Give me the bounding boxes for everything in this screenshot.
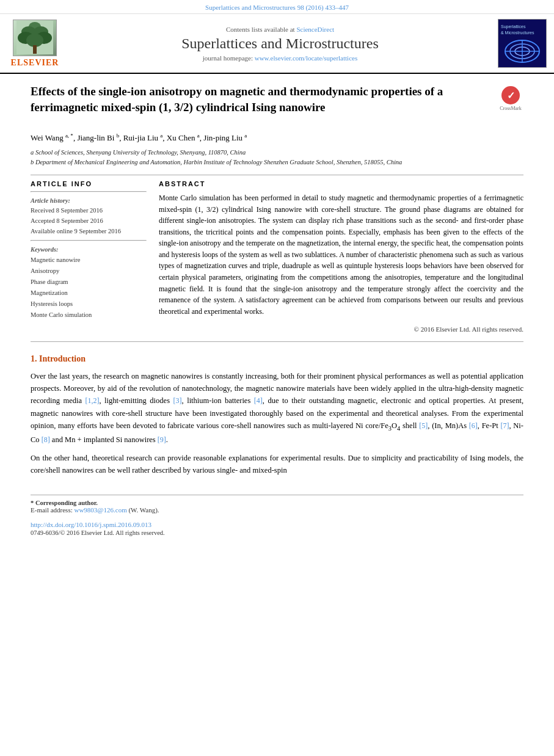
elsevier-brand: ELSEVIER bbox=[11, 58, 59, 68]
keywords-list: Magnetic nanowire Anisotropy Phase diagr… bbox=[31, 255, 147, 320]
crossmark-icon: ✓ bbox=[501, 86, 520, 104]
history-received: Received 8 September 2016 bbox=[31, 206, 147, 216]
journal-header: ELSEVIER Contents lists available at Sci… bbox=[0, 14, 554, 74]
history-label: Article history: bbox=[31, 197, 147, 204]
ref-4[interactable]: [4] bbox=[254, 396, 263, 405]
top-bar: Superlattices and Microstructures 98 (20… bbox=[0, 0, 554, 14]
corresponding-label: * Corresponding author. bbox=[31, 500, 98, 506]
corresponding-note: * Corresponding author. bbox=[31, 499, 523, 506]
svg-text:Superlattices: Superlattices bbox=[501, 24, 526, 29]
authors-line: Wei Wang a, *, Jiang-lin Bi b, Rui-jia L… bbox=[31, 131, 523, 144]
abstract-heading: ABSTRACT bbox=[159, 180, 523, 187]
email-label: E-mail address: bbox=[31, 506, 73, 514]
crossmark-badge[interactable]: ✓ CrossMark bbox=[498, 86, 523, 112]
svg-text:& Microstructures: & Microstructures bbox=[501, 31, 534, 35]
doi-link[interactable]: http://dx.doi.org/10.1016/j.spmi.2016.09… bbox=[31, 521, 151, 528]
main-content: Effects of the single-ion anisotropy on … bbox=[0, 74, 554, 548]
homepage-prefix: journal homepage: bbox=[203, 54, 253, 62]
journal-center-block: Contents lists available at ScienceDirec… bbox=[68, 26, 492, 62]
email-note: E-mail address: ww9803@126.com (W. Wang)… bbox=[31, 506, 523, 514]
keyword-3: Phase diagram bbox=[31, 277, 147, 288]
keyword-5: Hysteresis loops bbox=[31, 299, 147, 310]
ref-5[interactable]: [5] bbox=[419, 421, 428, 430]
article-title: Effects of the single-ion anisotropy on … bbox=[31, 84, 492, 115]
affiliations-block: a School of Sciences, Shenyang Universit… bbox=[31, 148, 523, 167]
affiliation-b: b Department of Mechanical Engineering a… bbox=[31, 158, 523, 167]
article-title-section: Effects of the single-ion anisotropy on … bbox=[31, 84, 523, 125]
ref-8[interactable]: [8] bbox=[42, 435, 50, 444]
keyword-2: Anisotropy bbox=[31, 266, 147, 277]
email-suffix: (W. Wang). bbox=[128, 506, 159, 514]
svg-point-6 bbox=[26, 34, 43, 47]
article-info-column: ARTICLE INFO Article history: Received 8… bbox=[31, 180, 147, 333]
ref-3[interactable]: [3] bbox=[173, 396, 182, 405]
header-separator bbox=[31, 175, 523, 175]
abstract-section: ABSTRACT Monte Carlo simulation has been… bbox=[159, 180, 523, 333]
elsevier-tree-icon bbox=[13, 20, 57, 56]
intro-para1: Over the last years, the research on mag… bbox=[31, 370, 523, 446]
ref-9[interactable]: [9] bbox=[158, 435, 166, 444]
keyword-6: Monte Carlo simulation bbox=[31, 310, 147, 321]
ref-6[interactable]: [6] bbox=[469, 421, 478, 430]
sciencedirect-link[interactable]: ScienceDirect bbox=[296, 26, 334, 33]
journal-title: Superlattices and Microstructures bbox=[68, 35, 492, 52]
introduction-section: 1. Introduction Over the last years, the… bbox=[31, 354, 523, 476]
ref-7[interactable]: [7] bbox=[500, 421, 509, 430]
homepage-link[interactable]: www.elsevier.com/locate/superlattices bbox=[255, 54, 358, 62]
keyword-4: Magnetization bbox=[31, 288, 147, 299]
ref-1-2[interactable]: [1,2] bbox=[85, 396, 99, 405]
abstract-text: Monte Carlo simulation has been performe… bbox=[159, 192, 523, 318]
history-available: Available online 9 September 2016 bbox=[31, 227, 147, 237]
body-separator bbox=[31, 341, 523, 342]
crossmark-label: CrossMark bbox=[500, 106, 522, 111]
affiliation-a: a School of Sciences, Shenyang Universit… bbox=[31, 148, 523, 158]
email-link[interactable]: ww9803@126.com bbox=[74, 506, 126, 514]
svg-rect-7 bbox=[33, 45, 37, 54]
contents-prefix: Contents lists available at bbox=[226, 26, 295, 33]
article-info-heading: ARTICLE INFO bbox=[31, 180, 147, 187]
two-column-layout: ARTICLE INFO Article history: Received 8… bbox=[31, 180, 523, 333]
citation-text: Superlattices and Microstructures 98 (20… bbox=[205, 4, 349, 11]
contents-available-line: Contents lists available at ScienceDirec… bbox=[68, 26, 492, 33]
homepage-line: journal homepage: www.elsevier.com/locat… bbox=[68, 54, 492, 62]
info-sep-2 bbox=[31, 240, 147, 241]
history-accepted: Accepted 8 September 2016 bbox=[31, 216, 147, 227]
doi-section: http://dx.doi.org/10.1016/j.spmi.2016.09… bbox=[31, 520, 523, 536]
journal-thumbnail: Superlattices & Microstructures bbox=[498, 19, 547, 68]
footnote-section: * Corresponding author. E-mail address: … bbox=[31, 495, 523, 514]
keywords-label: Keywords: bbox=[31, 246, 147, 253]
intro-para2: On the other hand, theoretical research … bbox=[31, 452, 523, 476]
issn-line: 0749-6036/© 2016 Elsevier Ltd. All right… bbox=[31, 529, 523, 536]
copyright-line: © 2016 Elsevier Ltd. All rights reserved… bbox=[159, 323, 523, 333]
intro-heading: 1. Introduction bbox=[31, 354, 523, 364]
elsevier-logo: ELSEVIER bbox=[7, 20, 62, 68]
info-sep-1 bbox=[31, 191, 147, 192]
keyword-1: Magnetic nanowire bbox=[31, 255, 147, 266]
authors-text: Wei Wang a, *, Jiang-lin Bi b, Rui-jia L… bbox=[31, 133, 247, 142]
article-title-block: Effects of the single-ion anisotropy on … bbox=[31, 84, 492, 121]
